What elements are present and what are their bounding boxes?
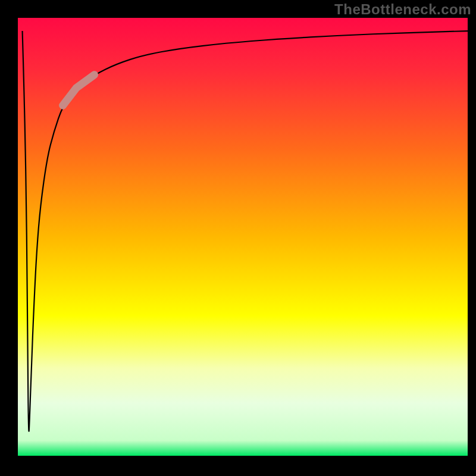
watermark-text: TheBottleneck.com <box>334 1 471 18</box>
chart-frame: TheBottleneck.com <box>0 0 476 476</box>
plot-area <box>18 18 468 456</box>
chart-svg <box>18 18 468 456</box>
